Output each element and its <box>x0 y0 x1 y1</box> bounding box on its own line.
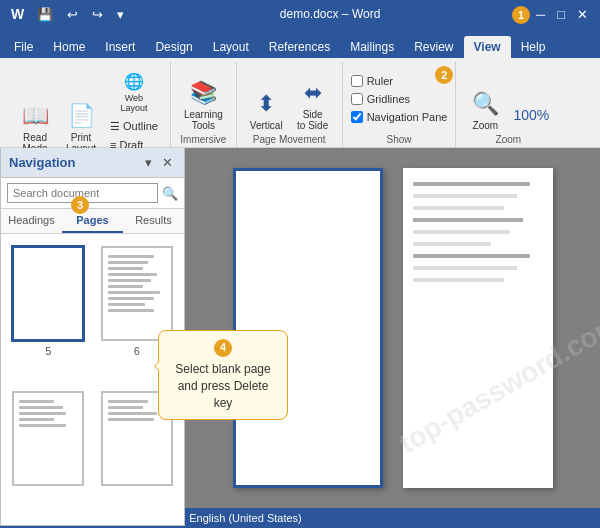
page-movement-label: Page Movement <box>253 134 326 147</box>
maximize-button[interactable]: □ <box>553 5 569 24</box>
tab-references[interactable]: References <box>259 36 340 58</box>
document-title: demo.docx – Word <box>280 7 381 21</box>
tab-mailings[interactable]: Mailings <box>340 36 404 58</box>
page-thumb-5[interactable]: 5 <box>9 246 88 381</box>
badge-1: 1 <box>512 6 530 24</box>
nav-pane-checkbox-label[interactable]: Navigation Pane <box>351 110 448 124</box>
qat-dropdown-button[interactable]: ▾ <box>113 5 128 24</box>
immersive-buttons: 📚 LearningTools <box>179 66 228 134</box>
page-7-content <box>14 393 82 434</box>
tab-results[interactable]: Results <box>123 209 184 233</box>
zoom-icon: 🔍 <box>469 88 501 120</box>
nav-close-button[interactable]: ✕ <box>159 154 176 171</box>
ribbon-group-show: Ruler Gridlines Navigation Pane 2 Show <box>343 62 457 147</box>
page-movement-buttons: ⬍ Vertical ⬌ Sideto Side <box>245 66 334 134</box>
ruler-checkbox-label[interactable]: Ruler <box>351 74 448 88</box>
show-group-label: Show <box>387 134 412 147</box>
search-bar: 🔍 <box>1 178 184 209</box>
page-thumb-7[interactable] <box>9 391 88 514</box>
tab-insert[interactable]: Insert <box>95 36 145 58</box>
close-button[interactable]: ✕ <box>573 5 592 24</box>
gridlines-checkbox[interactable] <box>351 93 363 105</box>
ruler-checkbox[interactable] <box>351 75 363 87</box>
tab-review[interactable]: Review <box>404 36 463 58</box>
filename-label: demo.docx <box>280 7 339 21</box>
page-num-5: 5 <box>45 345 51 357</box>
learning-tools-icon: 📚 <box>187 77 219 109</box>
side-to-side-icon: ⬌ <box>297 77 329 109</box>
title-bar: W 💾 ↩ ↪ ▾ demo.docx – Word 1 ─ □ ✕ <box>0 0 600 28</box>
language-label: English (United States) <box>189 512 302 524</box>
separator: – <box>342 7 352 21</box>
nav-pane-checkbox[interactable] <box>351 111 363 123</box>
web-layout-button[interactable]: 🌐 WebLayout <box>106 66 162 116</box>
ribbon-group-page-movement: ⬍ Vertical ⬌ Sideto Side Page Movement <box>237 62 343 147</box>
read-mode-icon: 📖 <box>19 100 51 132</box>
zoom-button[interactable]: 🔍 Zoom <box>464 85 506 134</box>
views-buttons: 📖 ReadMode 📄 PrintLayout 🌐 WebLayout ☰ O… <box>14 66 162 157</box>
badge-2: 2 <box>435 66 453 84</box>
gridlines-checkbox-label[interactable]: Gridlines <box>351 92 448 106</box>
pages-grid: 5 <box>1 234 184 525</box>
page-thumb-img-6 <box>101 246 173 341</box>
doc-page-5[interactable] <box>233 168 383 488</box>
tab-layout[interactable]: Layout <box>203 36 259 58</box>
save-qat-button[interactable]: 💾 <box>33 5 57 24</box>
minimize-button[interactable]: ─ <box>532 5 549 24</box>
badge-3-wrapper: 3 <box>71 196 89 214</box>
redo-qat-button[interactable]: ↪ <box>88 5 107 24</box>
print-layout-icon: 📄 <box>65 100 97 132</box>
doc-page-6[interactable] <box>403 168 553 488</box>
ribbon-group-zoom: 🔍 Zoom 100% Zoom <box>456 62 560 147</box>
badge-4: 4 <box>214 339 232 357</box>
vertical-icon: ⬍ <box>250 88 282 120</box>
app-name-label: Word <box>352 7 380 21</box>
web-layout-icon: 🌐 <box>122 69 146 93</box>
vertical-button[interactable]: ⬍ Vertical <box>245 85 288 134</box>
ribbon-group-immersive: 📚 LearningTools Immersive <box>171 62 237 147</box>
zoom-100-icon: 100% <box>515 99 547 131</box>
undo-qat-button[interactable]: ↩ <box>63 5 82 24</box>
badge-3: 3 <box>71 196 89 214</box>
tab-design[interactable]: Design <box>145 36 202 58</box>
zoom-group-label: Zoom <box>496 134 522 147</box>
nav-pane-controls: ▾ ✕ <box>142 154 176 171</box>
document-area: top-password.com <box>185 148 600 508</box>
title-bar-right: 1 ─ □ ✕ <box>532 5 592 24</box>
nav-tabs: Headings Pages Results <box>1 209 184 234</box>
tab-help[interactable]: Help <box>511 36 556 58</box>
side-to-side-button[interactable]: ⬌ Sideto Side <box>292 74 334 134</box>
nav-collapse-button[interactable]: ▾ <box>142 154 155 171</box>
zoom-100-button[interactable]: 100% <box>510 96 552 134</box>
outline-button[interactable]: ☰ Outline <box>106 118 162 135</box>
ribbon-group-views: 📖 ReadMode 📄 PrintLayout 🌐 WebLayout ☰ O… <box>6 62 171 147</box>
nav-pane-header: Navigation ▾ ✕ <box>1 148 184 178</box>
word-icon: W <box>8 6 27 22</box>
tab-headings[interactable]: Headings <box>1 209 62 233</box>
page-6-content <box>103 248 171 319</box>
tab-home[interactable]: Home <box>43 36 95 58</box>
tab-file[interactable]: File <box>4 36 43 58</box>
page-thumb-img-5 <box>12 246 84 341</box>
show-checkboxes: Ruler Gridlines Navigation Pane <box>351 66 448 134</box>
immersive-group-label: Immersive <box>180 134 226 147</box>
tab-view[interactable]: View <box>464 36 511 58</box>
app-window: W 💾 ↩ ↪ ▾ demo.docx – Word 1 ─ □ ✕ File … <box>0 0 600 528</box>
ribbon-tabs-bar: File Home Insert Design Layout Reference… <box>0 28 600 58</box>
callout-text: Select blank page and press Delete key <box>175 362 270 410</box>
ribbon-content: 📖 ReadMode 📄 PrintLayout 🌐 WebLayout ☰ O… <box>0 58 600 148</box>
page-num-6: 6 <box>134 345 140 357</box>
title-bar-left: W 💾 ↩ ↪ ▾ <box>8 5 128 24</box>
zoom-buttons: 🔍 Zoom 100% <box>464 66 552 134</box>
page-thumb-img-7 <box>12 391 84 486</box>
nav-pane-title: Navigation <box>9 155 75 170</box>
search-button[interactable]: 🔍 <box>162 186 178 201</box>
learning-tools-button[interactable]: 📚 LearningTools <box>179 74 228 134</box>
callout-balloon: 4 Select blank page and press Delete key <box>158 330 288 420</box>
